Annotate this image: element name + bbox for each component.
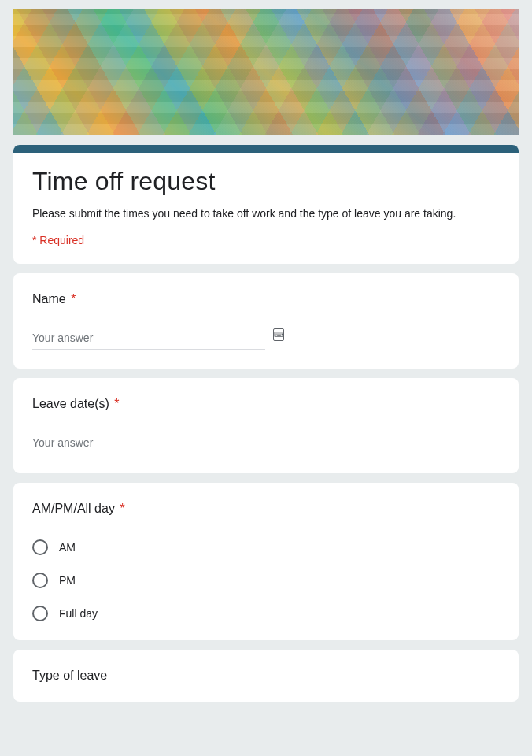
- label-text: Leave date(s): [32, 397, 109, 410]
- label-text: AM/PM/All day: [32, 502, 115, 515]
- name-input[interactable]: [32, 328, 265, 350]
- accent-bar: [13, 145, 519, 153]
- required-star: *: [71, 292, 76, 306]
- radio-option-fullday[interactable]: Full day: [32, 606, 500, 621]
- form-header-image: [13, 9, 519, 135]
- form-description: Please submit the times you need to take…: [32, 207, 500, 220]
- question-name: Name * ⌨: [13, 273, 519, 369]
- question-type-of-leave: Type of leave: [13, 650, 519, 702]
- label-text: Type of leave: [32, 669, 107, 682]
- question-label-ampm: AM/PM/All day *: [32, 502, 500, 516]
- question-leave-dates: Leave date(s) *: [13, 378, 519, 473]
- required-star: *: [114, 397, 119, 410]
- leave-dates-input[interactable]: [32, 433, 265, 454]
- required-note: * Required: [32, 234, 500, 246]
- keyboard-icon: ⌨: [273, 328, 284, 341]
- question-label-type-of-leave: Type of leave: [32, 669, 500, 683]
- form-title: Time off request: [32, 167, 500, 196]
- radio-circle-icon: [32, 539, 48, 555]
- question-ampm: AM/PM/All day * AM PM Full day: [13, 483, 519, 640]
- radio-list-ampm: AM PM Full day: [32, 538, 500, 621]
- question-label-leave-dates: Leave date(s) *: [32, 397, 500, 411]
- form-title-card: Time off request Please submit the times…: [13, 145, 519, 264]
- label-text: Name: [32, 292, 66, 306]
- radio-option-pm[interactable]: PM: [32, 573, 500, 588]
- required-star: *: [120, 502, 124, 515]
- radio-label: PM: [59, 574, 76, 587]
- radio-label: Full day: [59, 607, 98, 620]
- radio-circle-icon: [32, 573, 48, 588]
- radio-option-am[interactable]: AM: [32, 539, 500, 555]
- radio-label: AM: [59, 541, 76, 554]
- radio-circle-icon: [32, 606, 48, 621]
- question-label-name: Name *: [32, 292, 500, 306]
